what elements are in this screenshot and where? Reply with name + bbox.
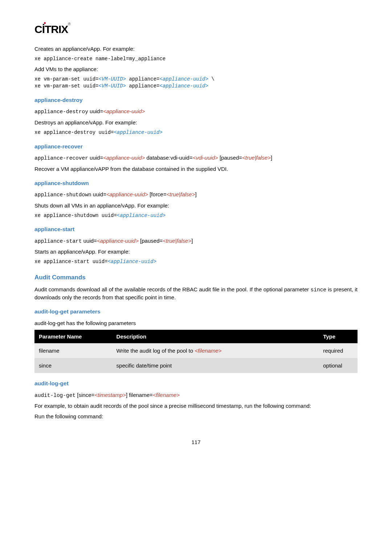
code-param: <true|false> xyxy=(242,155,271,161)
code-param: <appliance-uuid> xyxy=(159,76,208,82)
code-param: <VM-UUID> xyxy=(98,76,126,82)
code-param: <timestamp> xyxy=(94,392,126,398)
code-param: <VM-UUID> xyxy=(98,83,126,89)
cell-param: <filename> xyxy=(195,348,221,354)
code-param: <appliance-uuid> xyxy=(103,155,145,161)
command-syntax: appliance-destroy uuid=<appliance-uuid> xyxy=(34,107,358,115)
paragraph: audit-log-get has the following paramete… xyxy=(34,319,358,327)
code-param: <appliance-uuid> xyxy=(117,213,166,218)
code-text: xe appliance-shutdown uuid= xyxy=(34,213,117,218)
code-text: ] xyxy=(195,191,196,197)
table-row: filename Write the audit log of the pool… xyxy=(34,343,358,358)
code-block: xe appliance-shutdown uuid=<appliance-uu… xyxy=(34,212,358,219)
heading-audit-log-get: audit-log-get xyxy=(34,379,358,387)
code-text: since xyxy=(311,287,327,293)
table-cell: filename xyxy=(34,343,112,358)
table-cell: optional xyxy=(319,358,358,373)
code-text: [force= xyxy=(148,191,166,197)
paragraph: Shuts down all VMs in an appliance/vApp.… xyxy=(34,202,358,209)
logo-dot-icon xyxy=(44,22,46,24)
code-block: xe appliance-start uuid=<appliance-uuid> xyxy=(34,258,358,265)
table-row: since specific date/time point optional xyxy=(34,358,358,373)
cell-text: Write the audit log of the pool to xyxy=(117,348,195,354)
paragraph: Starts an appliance/vApp. For example: xyxy=(34,248,358,255)
paragraph: Run the following command: xyxy=(34,413,358,420)
code-param: <appliance-uuid> xyxy=(108,259,156,264)
code-text: appliance= xyxy=(126,83,159,89)
table-cell: since xyxy=(34,358,112,373)
logo-text: CİTRIX xyxy=(34,23,68,35)
code-text: ] xyxy=(271,155,272,161)
code-param: <appliance-uuid> xyxy=(114,130,162,135)
code-text: xe appliance-destroy uuid= xyxy=(34,130,114,135)
code-text: appliance-destroy xyxy=(34,109,88,115)
heading-audit-commands: Audit Commands xyxy=(34,273,358,282)
code-text: xe vm-param-set uuid= xyxy=(34,76,98,82)
code-text: [paused= xyxy=(218,155,242,161)
table-cell: required xyxy=(319,343,358,358)
code-block: xe appliance-create name-label=my_applia… xyxy=(34,56,358,62)
table-cell: specific date/time point xyxy=(112,358,319,373)
table-header: Description xyxy=(112,330,319,343)
code-param: <true|false> xyxy=(166,191,195,197)
command-syntax: appliance-shutdown uuid=<appliance-uuid>… xyxy=(34,190,358,198)
code-param: <vdi-uuid> xyxy=(193,155,218,161)
heading-appliance-shutdown: appliance-shutdown xyxy=(34,179,358,187)
table-cell: Write the audit log of the pool to <file… xyxy=(112,343,319,358)
code-block: xe appliance-destroy uuid=<appliance-uui… xyxy=(34,129,358,136)
code-text: ] filename= xyxy=(126,392,153,398)
parameters-table: Parameter Name Description Type filename… xyxy=(34,330,358,373)
code-text: \ xyxy=(208,76,215,82)
code-block: xe vm-param-set uuid=<VM-UUID> appliance… xyxy=(34,76,358,90)
code-text: xe appliance-start uuid= xyxy=(34,259,108,264)
code-text: [since= xyxy=(75,392,94,398)
code-param: <appliance-uuid> xyxy=(103,108,145,114)
paragraph: Add VMs to the appliance: xyxy=(34,65,358,73)
code-text: uuid= xyxy=(82,238,97,244)
code-text: appliance-shutdown xyxy=(34,192,91,198)
code-text: [paused= xyxy=(139,238,163,244)
logo-reg: ® xyxy=(68,22,70,26)
code-text: audit-log-get xyxy=(34,393,75,398)
paragraph: Audit commands download all of the avail… xyxy=(34,286,358,301)
code-param: <appliance-uuid> xyxy=(159,83,208,89)
code-text: appliance-start xyxy=(34,238,82,244)
table-header: Parameter Name xyxy=(34,330,112,343)
code-text: xe vm-param-set uuid= xyxy=(34,83,98,89)
code-text: appliance= xyxy=(126,76,159,82)
paragraph: Creates an appliance/vApp. For example: xyxy=(34,45,358,53)
paragraph: For example, to obtain audit records of … xyxy=(34,402,358,410)
code-param: <appliance-uuid> xyxy=(106,191,148,197)
code-text: appliance-recover xyxy=(34,155,88,161)
heading-appliance-recover: appliance-recover xyxy=(34,143,358,151)
code-text: uuid= xyxy=(91,191,106,197)
command-syntax: appliance-recover uuid=<appliance-uuid> … xyxy=(34,154,358,162)
code-text: database:vdi-uuid= xyxy=(145,155,192,161)
heading-appliance-start: appliance-start xyxy=(34,225,358,233)
code-param: <filename> xyxy=(153,392,180,398)
logo: CİTRIX® xyxy=(34,22,358,37)
page-number: 117 xyxy=(34,438,358,446)
code-text: ] xyxy=(191,238,193,244)
code-param: <appliance-uuid> xyxy=(97,238,139,244)
paragraph: Recover a VM appliance/vAPP from the dat… xyxy=(34,165,358,173)
code-param: <true|false> xyxy=(163,238,191,244)
paragraph: Destroys an appliance/vApp. For example: xyxy=(34,119,358,126)
text: Audit commands download all of the avail… xyxy=(34,286,311,292)
command-syntax: audit-log-get [since=<timestamp>] filena… xyxy=(34,391,358,399)
code-text: uuid= xyxy=(88,108,103,114)
code-text: uuid= xyxy=(88,155,103,161)
heading-appliance-destroy: appliance-destroy xyxy=(34,96,358,104)
table-header: Type xyxy=(319,330,358,343)
heading-audit-log-get-parameters: audit-log-get parameters xyxy=(34,308,358,316)
command-syntax: appliance-start uuid=<appliance-uuid> [p… xyxy=(34,237,358,245)
